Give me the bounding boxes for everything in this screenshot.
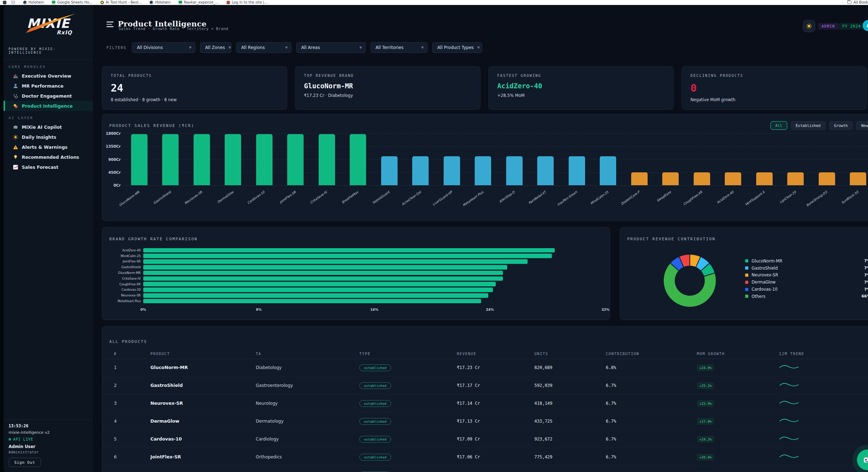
filter-select-all-regions[interactable]: All Regions▼ — [236, 42, 291, 53]
growth-row-critasave-iv: CritaSave-IV — [109, 276, 605, 281]
page-subtitle: Sales Trend · Growth Rate · Territory × … — [119, 26, 228, 31]
bookmark-item[interactable]: Navkar_expense_... — [179, 0, 219, 5]
bar-chart-icon — [13, 73, 18, 79]
table-row-jointflex-sr: 6JointFlex-SROrthopedicsestablished₹17.0… — [102, 448, 868, 466]
sheets-favicon-icon — [179, 1, 182, 4]
growth-row-cardovas-10: Cardovas-10 — [109, 287, 605, 293]
growth-bar-track — [143, 265, 605, 270]
x-label-slot: BreatheMax — [343, 187, 374, 212]
bookmark-item[interactable]: Holotwin — [23, 0, 44, 5]
chip-growth[interactable]: Growth — [829, 121, 853, 130]
all-bookmarks-label: All Book — [854, 0, 868, 5]
person-icon — [13, 83, 18, 89]
apps-grid-icon[interactable] — [11, 1, 15, 4]
bar-slot — [155, 133, 186, 185]
kpi-card-total-products: TOTAL PRODUCTS248 established · 8 growth… — [102, 66, 287, 110]
growth-bar — [143, 276, 503, 281]
contribution-value: 6.7% — [606, 401, 697, 406]
product-name: GastroShield — [150, 383, 256, 388]
x-axis-label: AllerStop-D — [498, 190, 515, 203]
legend-value: 7% — [864, 273, 868, 277]
bookmark-item[interactable]: Ai Tool Hunt - Best... — [100, 0, 142, 5]
type-badge: established — [359, 382, 391, 389]
x-axis-tick: 16% — [370, 308, 379, 311]
table-row-dermaglow: 4DermaGlowDermatologyestablished₹17.13 C… — [102, 412, 868, 430]
bookmark-label: Log in to the site |... — [232, 0, 268, 5]
sidebar-item-alerts-warnings[interactable]: Alerts & Warnings — [4, 142, 93, 152]
theme-toggle-button[interactable] — [803, 20, 815, 32]
growth-chart-card: BRAND GROWTH RATE COMPARISON AcidZero-40… — [102, 227, 610, 320]
sidebar-item-product-intelligence[interactable]: Product Intelligence — [4, 101, 93, 111]
revenue-bar-insupen-smart — [569, 156, 585, 185]
sidebar-item-doctor-engagement[interactable]: Doctor Engagement — [4, 91, 93, 101]
filter-select-all-zones[interactable]: All Zones▼ — [200, 42, 231, 53]
growth-bar — [143, 254, 552, 258]
row-rank: 3 — [114, 401, 150, 406]
table-row-critasave-iv: 7CritaSave-IVCritical Careestablished₹17… — [102, 466, 868, 472]
chip-new[interactable]: New — [856, 121, 868, 130]
brand-name: MIXIE — [18, 17, 79, 30]
sidebar-item-sales-forecast[interactable]: Sales Forecast — [4, 162, 93, 172]
menu-toggle-icon[interactable] — [106, 21, 114, 27]
units-value: 820,689 — [534, 365, 606, 370]
bookmark-item[interactable]: Google Sheets Ho... — [52, 0, 93, 5]
sparkline-icon — [779, 471, 799, 472]
growth-category-label: MindCalm-25 — [109, 254, 143, 258]
kpi-value: AcidZero-40 — [497, 82, 665, 90]
bar-slot — [655, 133, 687, 185]
x-axis-label: AcidZero-40 — [716, 190, 734, 205]
legend-label: Neurovex-SR — [752, 272, 864, 277]
revenue-bar-sunblock-50 — [850, 172, 866, 185]
sidebar-item-mixie-ai-copilot[interactable]: MiXie AI Copilot — [4, 122, 93, 132]
stethoscope-icon — [13, 93, 18, 99]
contribution-value: 6.8% — [606, 365, 697, 370]
ai-copilot-fab[interactable] — [857, 449, 868, 470]
kpi-value: 0 — [690, 82, 858, 94]
therapy-area: Orthopedics — [256, 454, 359, 459]
sign-out-button[interactable]: Sign Out — [9, 458, 41, 467]
chip-established[interactable]: Established — [791, 121, 826, 130]
growth-bar — [143, 282, 496, 286]
bar-slot — [405, 133, 437, 185]
revenue-value: ₹17.06 Cr — [457, 454, 534, 459]
therapy-area: Cardiology — [256, 437, 359, 442]
revenue-bar-breathemax — [350, 134, 366, 185]
admin-badge: ADMIN — [818, 23, 839, 30]
trend-cell — [779, 382, 868, 389]
growth-row-jointflex-sr: JointFlex-SR — [109, 259, 605, 265]
filter-select-all-divisions[interactable]: All Divisions▼ — [132, 42, 195, 53]
growth-bar-track — [143, 287, 605, 292]
filter-select-all-areas[interactable]: All Areas▼ — [296, 42, 366, 53]
growth-category-label: JointFlex-SR — [109, 260, 143, 263]
user-name: Admin User — [9, 444, 88, 449]
mom-cell: +25.2% — [697, 382, 779, 389]
all-bookmarks[interactable]: All Book — [839, 0, 868, 5]
growth-bar-track — [143, 293, 605, 298]
donut-legend: GlucoNorm-MR7%GastroShield7%Neurovex-SR7… — [745, 257, 868, 300]
revenue-bar-acidzero-40 — [725, 172, 741, 185]
growth-bar — [143, 248, 555, 253]
legend-swatch — [745, 259, 748, 262]
bar-slot — [780, 133, 812, 185]
growth-category-label: CoughFree-XR — [109, 282, 143, 286]
sidebar-item-daily-insights[interactable]: Daily Insights — [4, 132, 93, 142]
sidebar-item-recommended-actions[interactable]: Recommended Actions — [4, 152, 93, 162]
browser-sidebar-toggle-icon[interactable] — [3, 1, 6, 4]
revenue-chart-title: PRODUCT SALES REVENUE (₹CR) — [109, 123, 194, 128]
chip-all[interactable]: All — [770, 121, 787, 130]
sidebar-item-executive-overview[interactable]: Executive Overview — [4, 71, 93, 81]
sidebar-item-label: Alerts & Warnings — [22, 144, 68, 150]
revenue-value: ₹17.13 Cr — [457, 419, 534, 424]
x-axis-label: Cardovas-10 — [246, 190, 265, 205]
revenue-value: ₹17.23 Cr — [457, 365, 534, 370]
bookmark-item[interactable]: Holotwin — [150, 0, 171, 5]
legend-swatch — [745, 295, 748, 298]
bookmark-item[interactable]: Log in to the site |... — [226, 0, 268, 5]
aitool-favicon-icon — [100, 1, 104, 4]
filter-select-all-product-types[interactable]: All Product Types▼ — [432, 42, 482, 53]
holotwin-favicon-icon — [150, 1, 153, 4]
sidebar-item-mr-performance[interactable]: MR Performance — [4, 81, 93, 91]
filter-select-all-territories[interactable]: All Territories▼ — [370, 42, 428, 53]
sun-icon — [806, 23, 812, 29]
x-label-slot: GastroShield — [155, 187, 186, 212]
